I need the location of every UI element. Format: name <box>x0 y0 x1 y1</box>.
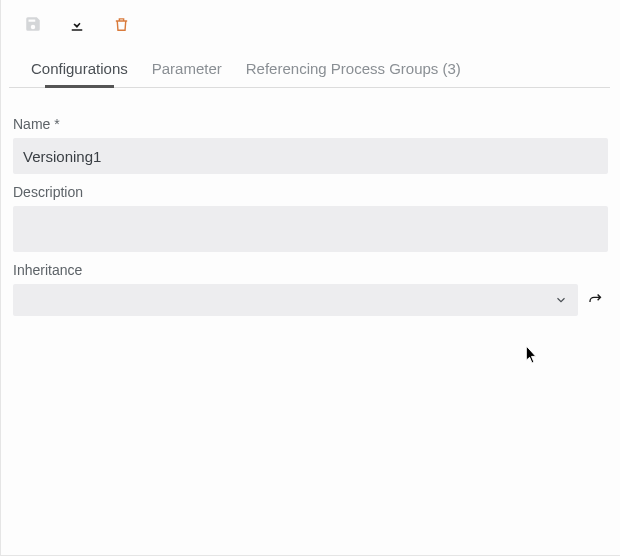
clear-inheritance-icon[interactable] <box>584 288 608 312</box>
name-label: Name * <box>13 116 608 132</box>
name-input[interactable] <box>13 138 608 174</box>
description-input[interactable] <box>13 206 608 252</box>
tab-bar: Configurations Parameter Referencing Pro… <box>9 38 610 88</box>
tab-parameter[interactable]: Parameter <box>152 60 222 87</box>
download-icon[interactable] <box>67 14 87 34</box>
description-label: Description <box>13 184 608 200</box>
toolbar <box>1 0 620 38</box>
chevron-down-icon <box>554 293 568 307</box>
inheritance-select[interactable] <box>13 284 578 316</box>
tab-configurations[interactable]: Configurations <box>31 60 128 87</box>
tab-referencing-process-groups[interactable]: Referencing Process Groups (3) <box>246 60 461 87</box>
save-icon <box>23 14 43 34</box>
trash-icon[interactable] <box>111 14 131 34</box>
mouse-cursor <box>525 346 539 364</box>
config-form: Name * Description Inheritance <box>1 88 620 316</box>
inheritance-label: Inheritance <box>13 262 608 278</box>
